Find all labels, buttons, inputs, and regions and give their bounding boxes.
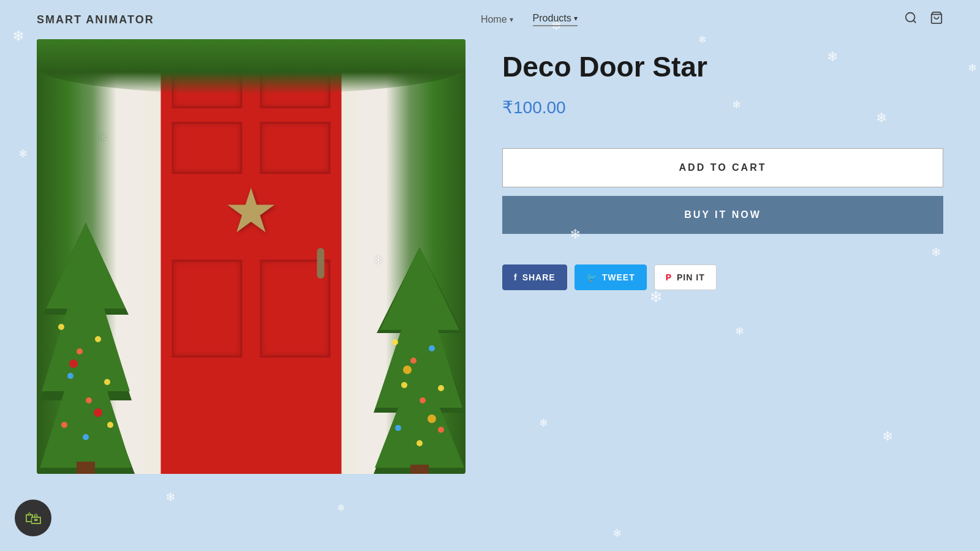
svg-point-14 xyxy=(107,422,113,428)
social-buttons: f SHARE 🐦 TWEET P PIN IT xyxy=(502,264,943,290)
svg-point-11 xyxy=(104,379,110,385)
header-icons xyxy=(904,11,943,28)
svg-point-25 xyxy=(438,385,444,391)
door-handle xyxy=(317,248,325,279)
pinterest-icon: P xyxy=(666,272,672,282)
nav-products-label: Products xyxy=(533,13,571,24)
pin-label: PIN IT xyxy=(677,272,705,282)
svg-point-24 xyxy=(420,397,426,403)
search-button[interactable] xyxy=(904,11,918,28)
door-panel-mr xyxy=(260,122,331,174)
product-image-container: ★ xyxy=(37,39,466,474)
tweet-label: TWEET xyxy=(602,272,635,282)
product-title: Deco Door Star xyxy=(502,51,943,83)
svg-rect-5 xyxy=(77,462,95,474)
svg-point-23 xyxy=(401,382,407,388)
snowflake: ❄ xyxy=(165,490,176,504)
tree-right xyxy=(374,241,466,474)
buy-now-button[interactable]: BUY IT NOW xyxy=(502,196,943,234)
svg-point-0 xyxy=(906,13,915,22)
main-nav: Home ▾ Products ▾ xyxy=(481,13,578,26)
pinterest-pin-button[interactable]: P PIN IT xyxy=(654,264,717,290)
share-label: SHARE xyxy=(522,272,556,282)
svg-point-8 xyxy=(95,336,101,342)
svg-point-16 xyxy=(94,408,102,417)
twitter-tweet-button[interactable]: 🐦 TWEET xyxy=(575,264,647,290)
product-details: Deco Door Star ₹100.00 ADD TO CART BUY I… xyxy=(502,39,943,290)
shopify-icon: 🛍 xyxy=(24,508,42,528)
twitter-icon: 🐦 xyxy=(586,272,597,282)
facebook-icon: f xyxy=(514,272,518,282)
svg-marker-18 xyxy=(375,247,464,468)
search-icon xyxy=(904,11,918,24)
nav-item-home[interactable]: Home ▾ xyxy=(481,14,513,25)
svg-point-21 xyxy=(410,358,417,364)
header: SMART ANIMATOR Home ▾ Products ▾ xyxy=(0,0,980,39)
nav-home-label: Home xyxy=(481,14,507,25)
add-to-cart-button[interactable]: ADD TO CART xyxy=(502,148,943,187)
svg-point-15 xyxy=(69,359,78,368)
svg-point-26 xyxy=(395,425,401,431)
svg-marker-4 xyxy=(40,223,132,468)
snowflake: ❄ xyxy=(612,527,622,540)
facebook-share-button[interactable]: f SHARE xyxy=(502,264,567,290)
product-price: ₹100.00 xyxy=(502,97,943,118)
nav-home-chevron: ▾ xyxy=(510,15,513,24)
svg-point-10 xyxy=(86,397,92,403)
main-content: ★ xyxy=(0,39,980,474)
svg-point-20 xyxy=(392,339,398,345)
svg-point-13 xyxy=(83,434,89,440)
svg-point-9 xyxy=(67,373,74,379)
door-star-decoration: ★ xyxy=(224,180,279,241)
shopify-badge[interactable]: 🛍 xyxy=(15,500,51,536)
nav-products-chevron: ▾ xyxy=(574,14,578,23)
tree-left xyxy=(37,217,135,474)
door-panel-bl xyxy=(172,260,243,358)
svg-rect-19 xyxy=(410,465,429,474)
garland-top xyxy=(37,39,466,94)
svg-point-22 xyxy=(429,345,435,351)
cart-icon xyxy=(930,11,943,24)
svg-point-6 xyxy=(58,324,64,330)
door-scene: ★ xyxy=(37,39,466,474)
svg-line-1 xyxy=(913,20,916,23)
svg-point-7 xyxy=(77,348,83,354)
snowflake: ❄ xyxy=(337,502,345,514)
door-panel-ml xyxy=(172,122,243,174)
door: ★ xyxy=(161,39,342,474)
svg-point-30 xyxy=(428,414,436,423)
svg-point-27 xyxy=(417,440,423,446)
brand-name: SMART ANIMATOR xyxy=(37,13,154,26)
svg-point-29 xyxy=(403,365,412,374)
tree-left-svg xyxy=(37,217,135,474)
tree-right-svg xyxy=(374,241,466,474)
svg-point-12 xyxy=(61,422,67,428)
cart-button[interactable] xyxy=(930,11,943,28)
svg-point-28 xyxy=(438,427,444,433)
nav-item-products[interactable]: Products ▾ xyxy=(533,13,578,26)
